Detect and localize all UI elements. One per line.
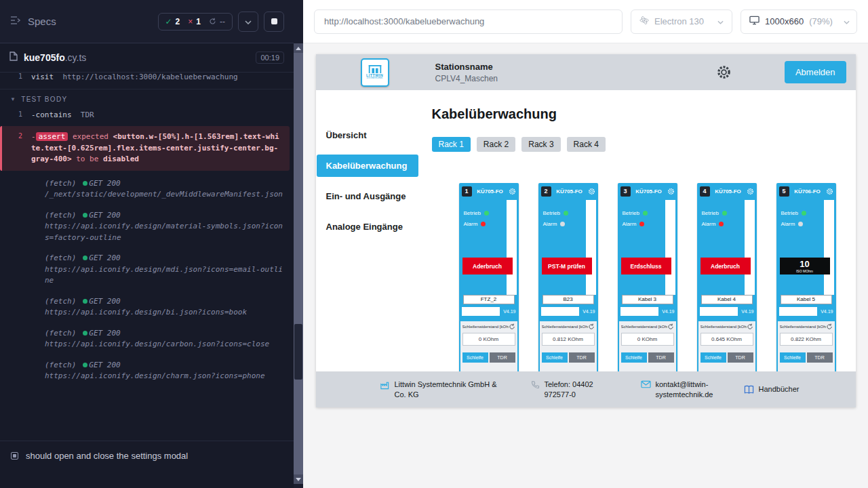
- tab-rack-3[interactable]: Rack 3: [521, 137, 560, 152]
- collapse-reporter-button[interactable]: [238, 12, 258, 32]
- spec-timer: 00:19: [256, 52, 284, 64]
- log-row-fetch[interactable]: (fetch)GET 200 https://api.iconify.desig…: [0, 355, 294, 387]
- betrieb-led: [484, 211, 489, 216]
- book-icon: [744, 385, 754, 394]
- log-row-fetch[interactable]: (fetch)GET 200 https://api.iconify.desig…: [0, 291, 294, 323]
- card-model-label: KÜ705-FO: [553, 188, 586, 195]
- spec-title-row: kue705fo.cy.ts 00:19: [0, 43, 294, 73]
- betrieb-label: Betrieb: [543, 210, 560, 216]
- scrollbar-track[interactable]: [294, 43, 303, 484]
- command-arg: TDR: [81, 110, 94, 119]
- scroll-up-arrow[interactable]: [294, 43, 303, 53]
- chevron-down-icon: [844, 16, 850, 26]
- scrollbar-thumb[interactable]: [294, 324, 302, 380]
- card-model-label: KÜ705-FO: [474, 188, 507, 195]
- resistance-value: 0 KOhm: [621, 333, 674, 346]
- browser-selector[interactable]: Electron 130: [631, 9, 732, 34]
- refresh-icon[interactable]: [747, 323, 753, 330]
- command-name: -contains: [31, 110, 72, 119]
- footer-manuals-link[interactable]: Handbücher: [744, 384, 800, 394]
- card-header: 3 KÜ705-FO: [618, 183, 677, 199]
- betrieb-led: [643, 211, 648, 216]
- card-settings-icon[interactable]: [588, 188, 595, 195]
- fetch-status: GET 200: [89, 329, 120, 338]
- nav-item-kabelueberwachung[interactable]: Kabelüberwachung: [317, 155, 418, 177]
- fetch-url: https://api.iconify.design/mdi.json?icon…: [45, 264, 284, 287]
- log-row-fetch[interactable]: (fetch)GET 200 https://api.iconify.desig…: [0, 248, 294, 291]
- fetch-status: GET 200: [89, 179, 120, 188]
- refresh-icon[interactable]: [667, 323, 674, 330]
- log-row-visit[interactable]: 1 visit http://localhost:3000/kabelueber…: [0, 73, 294, 89]
- firmware-version: V4.19: [503, 309, 515, 314]
- resistance-label: Schleifenwiderstand [kOhm]: [462, 325, 509, 329]
- log-row-assert-failed[interactable]: 2 -assert expected <button.w-[50%].h-[1.…: [0, 126, 290, 171]
- aut-viewport: LITTWIN SYSTEMTECHNIK Stationsname CPLV4…: [303, 43, 868, 488]
- stop-icon: [271, 18, 277, 24]
- log-row-fetch[interactable]: (fetch)GET 200 /_next/static/development…: [0, 174, 294, 205]
- card-settings-icon[interactable]: [826, 188, 833, 195]
- log-row-contains[interactable]: 1 -contains TDR: [0, 107, 294, 124]
- tdr-button[interactable]: TDR: [490, 352, 515, 363]
- schleife-button[interactable]: Schleife: [542, 352, 568, 363]
- nav-item-analoge-eingaenge[interactable]: Analoge Eingänge: [317, 216, 418, 238]
- card-settings-icon[interactable]: [747, 188, 754, 195]
- viewport-size: 1000x660: [765, 16, 804, 26]
- tdr-button[interactable]: TDR: [728, 352, 753, 363]
- betrieb-label: Betrieb: [464, 210, 481, 216]
- fetch-label: (fetch): [45, 179, 76, 188]
- log-row-fetch[interactable]: (fetch)GET 200 https://api.iconify.desig…: [0, 205, 294, 249]
- success-dot-icon: [83, 299, 87, 304]
- footer-email: kontakt@littwin-systemtechnik.de: [641, 380, 724, 400]
- fetch-url: /_next/static/development/_devMiddleware…: [45, 189, 284, 201]
- firmware-version: V4.19: [741, 309, 753, 314]
- alarm-label: Alarm: [702, 221, 716, 227]
- logout-button[interactable]: Abmelden: [785, 61, 846, 83]
- url-input[interactable]: [323, 16, 614, 27]
- resistance-value: 0.645 KOhm: [701, 333, 753, 346]
- diagram-box: [620, 307, 659, 316]
- cable-schematic-strip: [586, 200, 596, 295]
- tab-rack-2[interactable]: Rack 2: [477, 137, 515, 152]
- betrieb-led: [802, 211, 806, 216]
- schleife-button[interactable]: Schleife: [462, 352, 488, 363]
- fetch-status: GET 200: [89, 361, 120, 369]
- app-footer: Littwin Systemtechnik GmbH & Co. KG Tele…: [316, 371, 856, 407]
- card-model-label: KÜ705-FO: [633, 188, 665, 195]
- specs-menu-button[interactable]: Specs: [9, 16, 56, 27]
- cable-name: Kabel 4: [701, 295, 753, 304]
- card-settings-icon[interactable]: [509, 188, 516, 195]
- schleife-button[interactable]: Schleife: [780, 352, 806, 363]
- kabel-app: LITTWIN SYSTEMTECHNIK Stationsname CPLV4…: [316, 54, 856, 407]
- tdr-button[interactable]: TDR: [569, 352, 595, 363]
- tab-rack-4[interactable]: Rack 4: [567, 137, 606, 152]
- iso-unit: ISO MOhm: [796, 269, 813, 273]
- nav-item-ein-und-ausgaenge[interactable]: Ein- und Ausgänge: [317, 185, 418, 207]
- resistance-value: 0.812 KOhm: [542, 333, 595, 346]
- log-row-fetch[interactable]: (fetch)GET 200 https://api.iconify.desig…: [0, 323, 294, 355]
- betrieb-label: Betrieb: [781, 210, 798, 216]
- stop-tests-button[interactable]: [264, 12, 284, 32]
- refresh-icon[interactable]: [509, 323, 515, 330]
- schleife-button[interactable]: Schleife: [701, 352, 726, 363]
- viewport-selector[interactable]: 1000x660 (79%): [741, 9, 857, 34]
- refresh-icon[interactable]: [588, 323, 595, 330]
- card-header: 5 KÜ706-FO: [776, 183, 836, 199]
- specs-label: Specs: [28, 16, 56, 27]
- settings-gear-icon[interactable]: [716, 64, 732, 80]
- test-body-section[interactable]: ▼ TEST BODY: [0, 89, 294, 107]
- next-test-row[interactable]: should open and close the settings modal: [0, 441, 294, 488]
- refresh-icon[interactable]: [826, 323, 833, 330]
- tdr-button[interactable]: TDR: [807, 352, 833, 363]
- schleife-button[interactable]: Schleife: [621, 352, 647, 363]
- command-name: visit: [31, 73, 54, 81]
- card-settings-icon[interactable]: [667, 188, 675, 195]
- scroll-down-arrow[interactable]: [294, 474, 303, 484]
- measurement-panel: Schleifenwiderstand [kOhm] 0.822 KOhm Sc…: [778, 321, 835, 371]
- tdr-button[interactable]: TDR: [648, 352, 674, 363]
- cable-schematic-strip: [745, 200, 755, 295]
- nav-item-uebersicht[interactable]: Übersicht: [317, 124, 418, 146]
- alarm-label: Alarm: [781, 221, 795, 227]
- tab-rack-1[interactable]: Rack 1: [432, 137, 471, 152]
- cable-schematic-strip: [507, 200, 517, 295]
- card-number-badge: 2: [541, 186, 551, 197]
